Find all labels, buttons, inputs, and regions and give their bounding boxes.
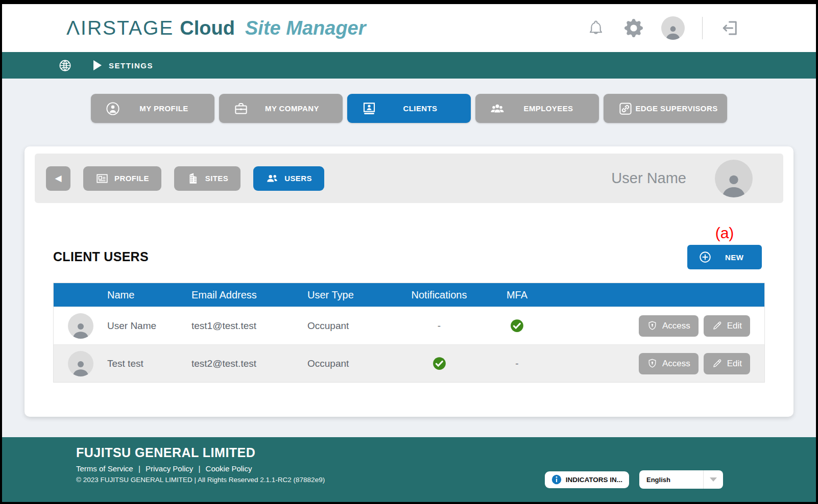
- cell-user-type: Occupant: [307, 358, 388, 369]
- logout-icon[interactable]: [720, 18, 740, 38]
- shield-lock-icon: [647, 320, 658, 331]
- col-header-mfa: MFA: [490, 289, 544, 301]
- table-row: Test test test2@test.test Occupant - Acc…: [54, 344, 764, 382]
- breadcrumb-arrow-icon: [93, 60, 102, 70]
- edit-button[interactable]: Edit: [704, 315, 750, 337]
- tab-clients[interactable]: CLIENTS: [347, 94, 471, 123]
- annotation-a: (a): [715, 225, 734, 241]
- logo-airstage: ΛIRSTAGE: [66, 17, 174, 39]
- cell-user-type: Occupant: [307, 320, 388, 332]
- client-name: User Name: [611, 170, 686, 187]
- new-button[interactable]: NEW: [687, 245, 762, 269]
- globe-icon[interactable]: [58, 59, 72, 72]
- header-divider: [702, 17, 703, 39]
- bell-icon[interactable]: [586, 18, 606, 38]
- building-icon: [186, 172, 200, 185]
- client-avatar: [715, 160, 753, 197]
- shield-lock-icon: [647, 358, 658, 369]
- gear-icon[interactable]: [623, 18, 644, 38]
- people-group-icon: [490, 101, 505, 116]
- footer: FUJITSU GENERAL LIMITED Terms of Service…: [2, 437, 816, 502]
- tab-my-profile[interactable]: MY PROFILE: [91, 94, 214, 123]
- table-header-row: Name Email Address User Type Notificatio…: [54, 283, 764, 307]
- cell-mfa: [490, 319, 544, 333]
- footer-link[interactable]: Terms of Service: [76, 464, 133, 473]
- client-badge-icon: [362, 101, 377, 116]
- users-icon: [266, 172, 279, 185]
- footer-company: FUJITSU GENERAL LIMITED: [76, 445, 816, 460]
- main-area: MY PROFILE MY COMPANY CLIENTS: [2, 79, 816, 437]
- col-header-notifications: Notifications: [388, 289, 490, 301]
- cell-email: test1@test.test: [191, 320, 307, 332]
- edit-button[interactable]: Edit: [704, 353, 750, 374]
- breadcrumb-settings: SETTINGS: [109, 61, 153, 70]
- check-circle-icon: [432, 357, 446, 370]
- table-body: User Name test1@test.test Occupant - Acc…: [54, 307, 764, 382]
- access-button[interactable]: Access: [639, 315, 699, 337]
- col-header-email: Email Address: [191, 289, 307, 301]
- app-window: ΛIRSTAGE Cloud Site Manager: [0, 0, 818, 504]
- link-separator: |: [198, 464, 200, 473]
- settings-tabs: MY PROFILE MY COMPANY CLIENTS: [2, 94, 816, 123]
- plus-circle-icon: [699, 250, 712, 264]
- pencil-icon: [712, 320, 723, 331]
- tab-my-company[interactable]: MY COMPANY: [219, 94, 343, 123]
- subtab-users[interactable]: USERS: [253, 166, 324, 191]
- logo-cloud: Cloud: [180, 17, 235, 39]
- col-header-user-type: User Type: [307, 289, 388, 301]
- chevron-down-icon: [704, 477, 723, 482]
- clients-card: ◀ PROFILE: [25, 146, 793, 417]
- client-subtab-bar: ◀ PROFILE: [35, 154, 783, 203]
- id-card-icon: [95, 172, 109, 185]
- footer-link[interactable]: Cookie Policy: [206, 464, 252, 473]
- client-users-table: Name Email Address User Type Notificatio…: [53, 283, 765, 383]
- footer-link[interactable]: Privacy Policy: [146, 464, 193, 473]
- subtab-sites[interactable]: SITES: [174, 166, 240, 191]
- cell-name: User Name: [107, 320, 191, 332]
- link-separator: |: [138, 464, 140, 473]
- table-row: User Name test1@test.test Occupant - Acc…: [54, 307, 764, 344]
- cell-mfa: -: [490, 358, 544, 369]
- info-icon: [551, 474, 562, 485]
- row-avatar: [68, 313, 93, 339]
- app-logo: ΛIRSTAGE Cloud Site Manager: [66, 17, 366, 39]
- tab-edge-supervisors[interactable]: EDGE SUPERVISORS: [604, 94, 727, 123]
- cell-notifications: -: [388, 320, 490, 332]
- logo-site-manager: Site Manager: [245, 17, 366, 39]
- person-circle-icon: [105, 101, 121, 116]
- top-header: ΛIRSTAGE Cloud Site Manager: [2, 4, 816, 52]
- user-avatar-icon[interactable]: [661, 16, 685, 40]
- pencil-icon: [712, 358, 723, 369]
- subtab-profile[interactable]: PROFILE: [83, 166, 161, 191]
- briefcase-icon: [233, 101, 249, 116]
- cell-notifications: [388, 357, 490, 370]
- row-avatar: [68, 351, 93, 376]
- settings-breadcrumb-bar: SETTINGS: [2, 52, 816, 79]
- language-selected: English: [639, 476, 703, 484]
- access-button[interactable]: Access: [639, 353, 699, 374]
- col-header-name: Name: [107, 289, 191, 301]
- back-arrow-icon: ◀: [55, 173, 61, 184]
- page-title: CLIENT USERS: [53, 249, 149, 269]
- cell-email: test2@test.test: [191, 358, 307, 369]
- edge-link-icon: [618, 101, 633, 116]
- back-button[interactable]: ◀: [46, 166, 70, 191]
- cell-name: Test test: [107, 358, 191, 369]
- check-circle-icon: [510, 319, 524, 333]
- language-select[interactable]: English: [639, 470, 723, 489]
- indicators-button[interactable]: INDICATORS IN...: [545, 471, 629, 488]
- tab-employees[interactable]: EMPLOYEES: [475, 94, 599, 123]
